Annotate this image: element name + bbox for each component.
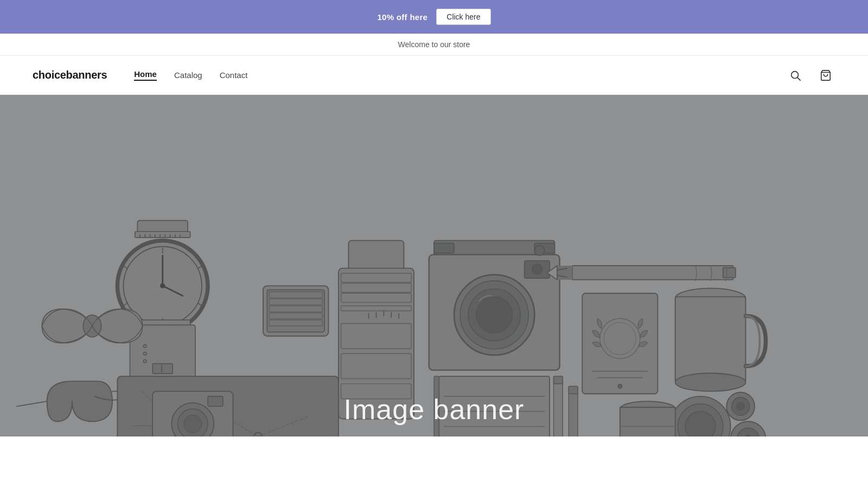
nav-home[interactable]: Home [134,69,157,81]
svg-rect-67 [723,268,736,278]
svg-line-1 [797,78,800,80]
svg-rect-41 [349,241,404,271]
announcement-bar: 10% off here Click here [0,0,868,34]
svg-point-117 [737,402,745,410]
svg-point-77 [618,384,622,388]
svg-rect-66 [572,266,733,280]
hero-banner: Image banner [0,95,868,436]
search-button[interactable] [786,66,805,85]
welcome-text: Welcome to our store [398,40,470,49]
svg-rect-5 [135,232,190,237]
search-icon [789,69,801,81]
svg-rect-56 [434,243,454,253]
announcement-text: 10% off here [377,12,427,22]
cart-icon [820,69,832,81]
click-here-button[interactable]: Click here [436,9,490,25]
svg-rect-106 [554,376,563,436]
svg-point-96 [184,415,202,433]
nav-catalog[interactable]: Catalog [174,70,202,80]
header-icons [786,66,835,85]
svg-rect-79 [675,297,746,382]
svg-marker-68 [557,266,572,280]
svg-point-80 [675,373,746,391]
main-nav: Home Catalog Contact [134,69,786,81]
svg-rect-111 [569,386,578,394]
svg-point-19 [160,283,165,288]
svg-rect-108 [554,376,563,384]
site-header: choicebanners Home Catalog Contact [0,56,868,95]
svg-rect-122 [620,407,675,436]
svg-rect-28 [152,364,173,374]
hero-banner-text: Image banner [344,393,525,426]
site-logo[interactable]: choicebanners [33,69,107,81]
svg-point-62 [476,297,513,333]
cart-button[interactable] [816,66,835,85]
welcome-bar: Welcome to our store [0,34,868,56]
svg-rect-97 [208,396,223,407]
hero-illustration [0,95,868,436]
nav-contact[interactable]: Contact [220,70,248,80]
svg-point-64 [532,264,542,274]
svg-point-65 [534,246,545,256]
